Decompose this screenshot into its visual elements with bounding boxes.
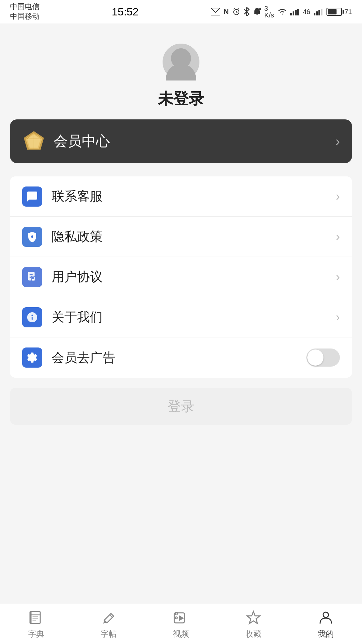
doc-icon-container bbox=[22, 267, 42, 287]
menu-item-about[interactable]: 关于我们 › bbox=[10, 297, 352, 337]
svg-point-23 bbox=[31, 236, 33, 238]
video-nav-icon bbox=[172, 609, 190, 627]
video-nav-label: 视频 bbox=[173, 629, 189, 639]
menu-item-privacy-left: 隐私政策 bbox=[22, 227, 103, 247]
nav-item-dictionary[interactable]: 字典 bbox=[0, 609, 72, 639]
gear-icon-container bbox=[22, 347, 42, 368]
star-icon bbox=[246, 610, 261, 626]
avatar-shoulders bbox=[166, 64, 196, 80]
vip-arrow: › bbox=[336, 134, 340, 149]
dictionary-nav-label: 字典 bbox=[28, 629, 44, 639]
avatar bbox=[163, 44, 199, 80]
menu-item-agreement[interactable]: 用户协议 › bbox=[10, 257, 352, 297]
svg-rect-9 bbox=[293, 11, 294, 15]
contact-arrow: › bbox=[336, 190, 340, 204]
svg-marker-48 bbox=[247, 611, 260, 624]
toggle-knob bbox=[307, 350, 323, 366]
shield-icon bbox=[26, 231, 38, 243]
login-button[interactable]: 登录 bbox=[10, 388, 352, 425]
copybook-nav-label: 字帖 bbox=[101, 629, 117, 639]
svg-point-49 bbox=[323, 612, 328, 618]
svg-rect-12 bbox=[314, 13, 315, 15]
carrier-info: 中国电信 中国移动 bbox=[10, 2, 40, 21]
video-icon bbox=[173, 610, 189, 626]
profile-nav-icon bbox=[317, 609, 335, 627]
menu-item-privacy[interactable]: 隐私政策 › bbox=[10, 217, 352, 257]
menu-item-contact-left: 联系客服 bbox=[22, 186, 103, 207]
login-status: 未登录 bbox=[158, 89, 204, 109]
nav-item-profile[interactable]: 我的 bbox=[290, 609, 362, 639]
info-icon bbox=[26, 311, 38, 323]
nav-item-copybook[interactable]: 字帖 bbox=[72, 609, 145, 639]
menu-item-contact[interactable]: 联系客服 › bbox=[10, 176, 352, 217]
svg-rect-42 bbox=[29, 611, 32, 624]
data-speed: 3K/s bbox=[264, 5, 274, 18]
gear-icon bbox=[26, 352, 38, 364]
svg-marker-45 bbox=[179, 615, 184, 621]
about-arrow: › bbox=[336, 310, 340, 324]
status-icons: N 3K/s 46 71 bbox=[211, 5, 352, 18]
signal2-icon bbox=[314, 8, 323, 15]
privacy-arrow: › bbox=[336, 230, 340, 244]
doc-icon bbox=[26, 271, 38, 283]
status-bar: 中国电信 中国移动 15:52 N 3K/s 46 bbox=[0, 0, 362, 23]
svg-rect-11 bbox=[297, 9, 299, 15]
svg-rect-13 bbox=[316, 11, 318, 15]
svg-rect-36 bbox=[32, 317, 33, 320]
nfc-icon: N bbox=[224, 7, 229, 16]
svg-line-5 bbox=[238, 8, 239, 9]
about-label: 关于我们 bbox=[52, 309, 103, 326]
person-icon bbox=[318, 610, 334, 626]
profile-nav-label: 我的 bbox=[318, 629, 334, 639]
bottom-nav: 字典 字帖 视频 收藏 bbox=[0, 604, 362, 644]
bell-icon bbox=[253, 7, 261, 16]
menu-item-about-left: 关于我们 bbox=[22, 307, 103, 327]
noad-toggle[interactable] bbox=[306, 348, 340, 367]
bluetooth-icon bbox=[244, 7, 250, 16]
privacy-label: 隐私政策 bbox=[52, 228, 103, 245]
agreement-arrow: › bbox=[336, 270, 340, 284]
chat-icon-container bbox=[22, 186, 42, 207]
info-icon-container bbox=[22, 307, 42, 327]
svg-rect-37 bbox=[30, 611, 40, 624]
menu-list: 联系客服 › 隐私政策 › bbox=[10, 176, 352, 378]
agreement-label: 用户协议 bbox=[52, 268, 103, 285]
alarm-icon bbox=[232, 8, 240, 16]
vip-diamond-icon bbox=[22, 129, 46, 153]
4g-label: 46 bbox=[303, 8, 310, 16]
nav-item-favorites[interactable]: 收藏 bbox=[217, 609, 290, 639]
dictionary-nav-icon bbox=[27, 609, 45, 627]
svg-line-4 bbox=[234, 8, 235, 9]
menu-item-noad-left: 会员去广告 bbox=[22, 347, 115, 368]
svg-rect-24 bbox=[32, 235, 33, 236]
carrier2: 中国移动 bbox=[10, 12, 40, 21]
signal1-icon bbox=[290, 8, 300, 15]
email-icon bbox=[211, 8, 220, 15]
contact-label: 联系客服 bbox=[52, 188, 103, 205]
vip-label: 会员中心 bbox=[54, 132, 110, 151]
svg-rect-10 bbox=[295, 10, 297, 15]
svg-point-35 bbox=[32, 314, 33, 316]
copybook-nav-icon bbox=[100, 609, 117, 627]
book-icon bbox=[28, 610, 44, 626]
menu-item-noad[interactable]: 会员去广告 bbox=[10, 337, 352, 378]
battery-icon: 71 bbox=[326, 8, 352, 16]
svg-rect-14 bbox=[318, 10, 320, 15]
svg-line-3 bbox=[236, 12, 237, 13]
svg-rect-8 bbox=[290, 13, 292, 15]
carrier1: 中国电信 bbox=[10, 2, 40, 12]
noad-label: 会员去广告 bbox=[52, 349, 115, 366]
favorites-nav-icon bbox=[245, 609, 262, 627]
menu-item-agreement-left: 用户协议 bbox=[22, 267, 103, 287]
svg-point-46 bbox=[175, 617, 177, 619]
chat-icon bbox=[26, 191, 38, 203]
wifi-icon bbox=[278, 8, 287, 15]
pen-icon bbox=[101, 610, 116, 626]
favorites-nav-label: 收藏 bbox=[245, 629, 261, 639]
avatar-section: 未登录 bbox=[10, 23, 352, 119]
nav-item-video[interactable]: 视频 bbox=[145, 609, 217, 639]
vip-card[interactable]: 会员中心 › bbox=[10, 119, 352, 163]
svg-rect-15 bbox=[321, 9, 322, 15]
shield-icon-container bbox=[22, 227, 42, 247]
status-time: 15:52 bbox=[112, 6, 138, 18]
